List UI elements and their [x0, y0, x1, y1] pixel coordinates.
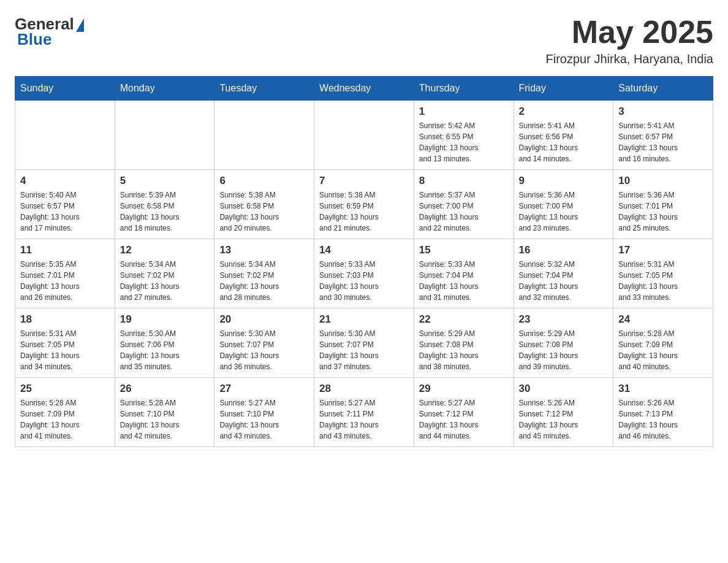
calendar-week-2: 4Sunrise: 5:40 AMSunset: 6:57 PMDaylight…: [15, 170, 713, 239]
day-info: Sunrise: 5:34 AMSunset: 7:02 PMDaylight:…: [120, 259, 210, 303]
calendar-cell: 21Sunrise: 5:30 AMSunset: 7:07 PMDayligh…: [314, 308, 414, 378]
day-number: 20: [219, 313, 309, 326]
day-number: 8: [419, 175, 509, 187]
col-header-saturday: Saturday: [613, 77, 713, 101]
calendar-cell: 2Sunrise: 5:41 AMSunset: 6:56 PMDaylight…: [514, 101, 613, 170]
calendar-cell: 3Sunrise: 5:41 AMSunset: 6:57 PMDaylight…: [613, 101, 713, 170]
day-info: Sunrise: 5:38 AMSunset: 6:58 PMDaylight:…: [219, 190, 309, 234]
calendar-cell: 5Sunrise: 5:39 AMSunset: 6:58 PMDaylight…: [115, 170, 214, 239]
day-info: Sunrise: 5:42 AMSunset: 6:55 PMDaylight:…: [419, 120, 509, 164]
calendar-cell: 29Sunrise: 5:27 AMSunset: 7:12 PMDayligh…: [414, 378, 514, 447]
day-info: Sunrise: 5:30 AMSunset: 7:07 PMDaylight:…: [319, 328, 409, 372]
day-number: 21: [319, 313, 409, 326]
day-info: Sunrise: 5:36 AMSunset: 7:01 PMDaylight:…: [618, 190, 708, 234]
day-number: 11: [20, 244, 110, 256]
day-number: 3: [618, 105, 708, 118]
calendar-cell: 30Sunrise: 5:26 AMSunset: 7:12 PMDayligh…: [514, 378, 613, 447]
day-info: Sunrise: 5:41 AMSunset: 6:56 PMDaylight:…: [519, 120, 609, 164]
day-number: 18: [20, 313, 110, 326]
calendar-cell: 26Sunrise: 5:28 AMSunset: 7:10 PMDayligh…: [115, 378, 214, 447]
day-info: Sunrise: 5:34 AMSunset: 7:02 PMDaylight:…: [219, 259, 309, 303]
calendar-cell: 4Sunrise: 5:40 AMSunset: 6:57 PMDaylight…: [15, 170, 115, 239]
day-number: 23: [519, 313, 609, 326]
calendar-cell: 25Sunrise: 5:28 AMSunset: 7:09 PMDayligh…: [15, 378, 115, 447]
calendar-cell: [15, 101, 115, 170]
calendar-cell: 6Sunrise: 5:38 AMSunset: 6:58 PMDaylight…: [214, 170, 314, 239]
day-info: Sunrise: 5:40 AMSunset: 6:57 PMDaylight:…: [20, 190, 110, 234]
calendar-cell: 20Sunrise: 5:30 AMSunset: 7:07 PMDayligh…: [214, 308, 314, 378]
calendar-cell: 14Sunrise: 5:33 AMSunset: 7:03 PMDayligh…: [314, 239, 414, 308]
calendar-cell: [115, 101, 214, 170]
calendar-cell: 11Sunrise: 5:35 AMSunset: 7:01 PMDayligh…: [15, 239, 115, 308]
day-info: Sunrise: 5:36 AMSunset: 7:00 PMDaylight:…: [519, 190, 609, 234]
location-text: Firozpur Jhirka, Haryana, India: [546, 52, 713, 66]
day-number: 2: [519, 105, 609, 118]
col-header-tuesday: Tuesday: [214, 77, 314, 101]
day-info: Sunrise: 5:27 AMSunset: 7:11 PMDaylight:…: [319, 397, 409, 442]
day-number: 27: [219, 383, 309, 395]
col-header-monday: Monday: [115, 77, 214, 101]
day-info: Sunrise: 5:33 AMSunset: 7:04 PMDaylight:…: [419, 259, 509, 303]
day-info: Sunrise: 5:31 AMSunset: 7:05 PMDaylight:…: [20, 328, 110, 372]
day-number: 17: [618, 244, 708, 256]
calendar-week-4: 18Sunrise: 5:31 AMSunset: 7:05 PMDayligh…: [15, 308, 713, 378]
calendar-cell: 31Sunrise: 5:26 AMSunset: 7:13 PMDayligh…: [613, 378, 713, 447]
calendar-cell: [214, 101, 314, 170]
day-number: 29: [419, 383, 509, 395]
calendar-cell: 27Sunrise: 5:27 AMSunset: 7:10 PMDayligh…: [214, 378, 314, 447]
day-info: Sunrise: 5:27 AMSunset: 7:10 PMDaylight:…: [219, 397, 309, 442]
day-number: 12: [120, 244, 210, 256]
col-header-thursday: Thursday: [414, 77, 514, 101]
calendar-cell: 18Sunrise: 5:31 AMSunset: 7:05 PMDayligh…: [15, 308, 115, 378]
day-info: Sunrise: 5:29 AMSunset: 7:08 PMDaylight:…: [419, 328, 509, 372]
col-header-sunday: Sunday: [15, 77, 115, 101]
calendar-cell: 10Sunrise: 5:36 AMSunset: 7:01 PMDayligh…: [613, 170, 713, 239]
day-number: 31: [618, 383, 708, 395]
day-number: 16: [519, 244, 609, 256]
calendar-cell: 12Sunrise: 5:34 AMSunset: 7:02 PMDayligh…: [115, 239, 214, 308]
day-number: 13: [219, 244, 309, 256]
col-header-wednesday: Wednesday: [314, 77, 414, 101]
calendar-cell: 16Sunrise: 5:32 AMSunset: 7:04 PMDayligh…: [514, 239, 613, 308]
day-number: 9: [519, 175, 609, 187]
logo-blue-text: Blue: [17, 30, 51, 49]
calendar-cell: 15Sunrise: 5:33 AMSunset: 7:04 PMDayligh…: [414, 239, 514, 308]
day-info: Sunrise: 5:26 AMSunset: 7:12 PMDaylight:…: [519, 397, 609, 442]
day-info: Sunrise: 5:32 AMSunset: 7:04 PMDaylight:…: [519, 259, 609, 303]
calendar-header-row: SundayMondayTuesdayWednesdayThursdayFrid…: [15, 77, 713, 101]
calendar-week-1: 1Sunrise: 5:42 AMSunset: 6:55 PMDaylight…: [15, 101, 713, 170]
day-info: Sunrise: 5:41 AMSunset: 6:57 PMDaylight:…: [618, 120, 708, 164]
day-info: Sunrise: 5:33 AMSunset: 7:03 PMDaylight:…: [319, 259, 409, 303]
calendar-cell: 7Sunrise: 5:38 AMSunset: 6:59 PMDaylight…: [314, 170, 414, 239]
col-header-friday: Friday: [514, 77, 613, 101]
calendar-cell: [314, 101, 414, 170]
calendar-cell: 24Sunrise: 5:28 AMSunset: 7:09 PMDayligh…: [613, 308, 713, 378]
day-info: Sunrise: 5:38 AMSunset: 6:59 PMDaylight:…: [319, 190, 409, 234]
day-number: 28: [319, 383, 409, 395]
calendar-cell: 23Sunrise: 5:29 AMSunset: 7:08 PMDayligh…: [514, 308, 613, 378]
day-number: 10: [618, 175, 708, 187]
day-info: Sunrise: 5:29 AMSunset: 7:08 PMDaylight:…: [519, 328, 609, 372]
day-number: 6: [219, 175, 309, 187]
day-number: 25: [20, 383, 110, 395]
day-number: 4: [20, 175, 110, 187]
calendar-cell: 22Sunrise: 5:29 AMSunset: 7:08 PMDayligh…: [414, 308, 514, 378]
day-number: 15: [419, 244, 509, 256]
day-number: 14: [319, 244, 409, 256]
month-title: May 2025: [546, 15, 713, 50]
day-info: Sunrise: 5:28 AMSunset: 7:10 PMDaylight:…: [120, 397, 210, 442]
day-info: Sunrise: 5:26 AMSunset: 7:13 PMDaylight:…: [618, 397, 708, 442]
calendar-cell: 8Sunrise: 5:37 AMSunset: 7:00 PMDaylight…: [414, 170, 514, 239]
logo-triangle-icon: [76, 18, 84, 32]
day-info: Sunrise: 5:35 AMSunset: 7:01 PMDaylight:…: [20, 259, 110, 303]
day-info: Sunrise: 5:27 AMSunset: 7:12 PMDaylight:…: [419, 397, 509, 442]
day-number: 1: [419, 105, 509, 118]
day-number: 24: [618, 313, 708, 326]
day-info: Sunrise: 5:30 AMSunset: 7:07 PMDaylight:…: [219, 328, 309, 372]
day-info: Sunrise: 5:37 AMSunset: 7:00 PMDaylight:…: [419, 190, 509, 234]
day-number: 26: [120, 383, 210, 395]
day-number: 7: [319, 175, 409, 187]
page-header: General Blue May 2025 Firozpur Jhirka, H…: [15, 15, 713, 66]
day-info: Sunrise: 5:30 AMSunset: 7:06 PMDaylight:…: [120, 328, 210, 372]
calendar-cell: 17Sunrise: 5:31 AMSunset: 7:05 PMDayligh…: [613, 239, 713, 308]
